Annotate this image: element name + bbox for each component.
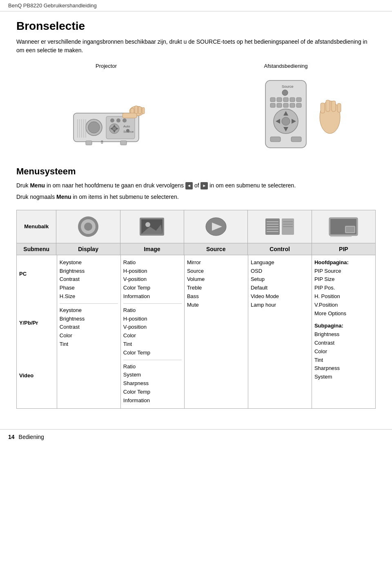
image-pc-items: RatioH-positionV-positionColor TempInfor… [123,258,182,301]
projector-label: Projector [96,63,117,69]
col-control: LanguageOSDSetupDefaultVideo ModeLamp ho… [248,255,312,408]
col-source: MirrorSourceVolumeTrebleBassMute [185,255,248,408]
svg-rect-34 [277,98,282,102]
arrow-left-indicator: ◄ [185,182,193,189]
svg-rect-23 [120,141,127,145]
submenu-ypbpr: Y/Pb/Pr [19,316,54,352]
display-menu-icon [72,214,105,239]
menu-bold-1: Menu [30,182,45,189]
menu-bold-2: Menu [56,194,71,200]
projector-illustration: Auto Source 8 [61,72,151,154]
menu-description-1: Druk Menu in om naar het hoofdmenu te ga… [16,181,376,190]
svg-rect-80 [346,227,354,232]
svg-rect-37 [296,98,301,102]
svg-point-44 [282,117,290,125]
col-display: KeystoneBrightnessContrastPhaseH.Size Ke… [57,255,121,408]
illustrations-row: Projector [16,63,376,154]
svg-rect-33 [270,98,275,102]
pip-hoofdpagina-label: Hoofdpagina: [314,258,373,267]
image-ypbpr-items: RatioH-positionV-positionColorTintColor … [123,306,182,357]
menubar-label-cell: Menubalk [17,210,56,243]
svg-point-58 [84,223,92,231]
menu-description-2: Druk nogmaals Menu in om items in het su… [16,192,376,201]
arrow-right-icon: ► [200,182,208,189]
svg-rect-38 [270,103,275,107]
col-pip: Hoofdpagina: PIP SourcePIP SizePIP Pos.H… [312,255,375,408]
page-footer: 14 Bediening [0,429,392,444]
menubar-source-icon [184,210,248,243]
svg-point-4 [110,118,114,122]
col-header-image: Image [120,243,184,255]
page-number: 14 [8,434,15,440]
svg-rect-49 [270,137,281,142]
svg-point-32 [282,90,288,96]
menubar-control-icon [248,210,312,243]
svg-point-2 [88,122,100,133]
svg-rect-41 [290,103,295,107]
svg-rect-39 [277,103,282,107]
svg-rect-22 [86,141,92,145]
svg-rect-18 [135,106,138,114]
menubalk-label: Menubalk [24,223,49,229]
pip-subpagina-items: BrightnessContrastColorTintSharpnessSyst… [314,330,373,381]
control-menu-icon [263,214,296,239]
svg-text:8: 8 [101,140,103,145]
remote-illustration: Source [225,72,347,154]
source-items: MirrorSourceVolumeTrebleBassMute [187,258,245,310]
submenu-video: Video [19,368,54,396]
page-header: BenQ PB8220 Gebruikershandleiding [0,0,392,11]
image-video-items: RatioSystemSharpnessColor TempInformatio… [123,363,182,405]
image-menu-icon [136,214,168,239]
display-pc-items: KeystoneBrightnessContrastPhaseH.Size [60,258,118,301]
menubar-display-icon [56,210,120,243]
svg-text:Source: Source [282,85,294,89]
svg-point-5 [116,118,120,122]
svg-point-61 [145,222,150,227]
col-image: RatioH-positionV-positionColor TempInfor… [121,255,185,408]
menu-table: Menubalk [16,210,376,409]
menubar-pip-icon [312,210,375,243]
menusysteem-title: Menusysteem [16,166,376,177]
arrow-right-indicator: ► [200,182,208,189]
control-items: LanguageOSDSetupDefaultVideo ModeLamp ho… [251,258,309,310]
header-title: BenQ PB8220 Gebruikershandleiding [8,2,97,9]
menubar-row: Menubalk [17,210,375,243]
svg-rect-20 [142,107,145,114]
section-title: Bronselectie [16,20,376,33]
svg-text:Auto: Auto [123,125,130,128]
intro-text: Wanneer er verschillende ingangsbronnen … [16,38,376,55]
remote-label: Afstandsbediening [264,63,308,69]
col-header-pip: PIP [312,243,375,255]
divider-1 [60,303,118,304]
projector-block: Projector [16,63,196,154]
submenu-pc: PC [19,267,54,299]
svg-rect-54 [332,101,336,111]
svg-point-12 [113,127,116,130]
svg-rect-53 [326,100,330,111]
source-menu-icon [200,214,232,239]
pip-hoofdpagina-items: PIP SourcePIP SizePIP Pos.H. PositionV.P… [314,267,373,318]
col-header-submenu: Submenu [17,243,56,255]
divider-2 [123,303,182,304]
table-header-row: Submenu Display Image Source Control PIP [17,243,375,255]
svg-rect-36 [290,98,295,102]
pip-subpagina-label: Subpagina: [314,322,373,330]
col-header-source: Source [184,243,248,255]
svg-rect-21 [122,113,137,118]
svg-rect-42 [296,103,301,107]
svg-point-6 [122,118,127,122]
svg-rect-35 [283,98,288,102]
pip-menu-icon [327,214,360,239]
col-header-display: Display [56,243,120,255]
svg-rect-50 [291,137,301,142]
col-header-control: Control [248,243,312,255]
display-video-items: KeystoneBrightnessContrastColorTint [60,306,118,349]
table-data-rows: PC Y/Pb/Pr Video KeystoneBrightnessContr… [17,255,375,408]
svg-rect-19 [138,107,141,114]
svg-rect-40 [283,103,288,107]
svg-point-15 [126,129,129,132]
menubar-image-icon [120,210,184,243]
svg-rect-55 [337,103,341,112]
svg-rect-52 [321,103,325,113]
col-submenu: PC Y/Pb/Pr Video [17,255,57,408]
